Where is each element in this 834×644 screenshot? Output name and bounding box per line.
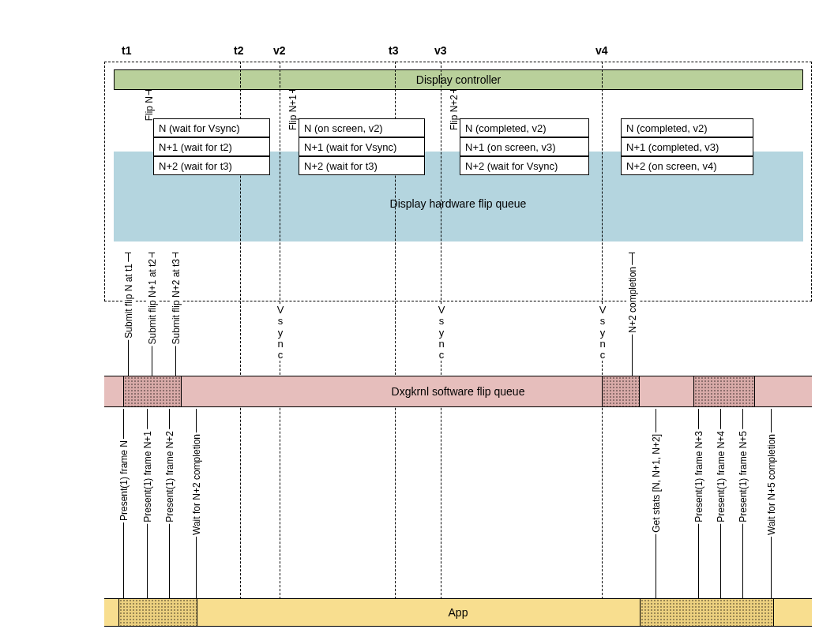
present-n-label: Present(1) frame N xyxy=(118,439,130,522)
flip-n1-label: Flip N+1 xyxy=(287,93,299,132)
diagram-canvas: t1 t2 v2 t3 v3 v4 Display controller Dis… xyxy=(0,0,834,644)
label-t3: t3 xyxy=(389,44,398,57)
queue-c1-r1: N (wait for Vsync) xyxy=(153,118,270,137)
n2-completion-label: N+2 completion xyxy=(626,265,639,335)
queue-c2-r2: N+1 (wait for Vsync) xyxy=(299,137,425,156)
queue-c1-r3: N+2 (wait for t3) xyxy=(153,156,270,175)
label-v3: v3 xyxy=(434,44,447,57)
queue-c3-r3: N+2 (wait for Vsync) xyxy=(460,156,589,175)
stats-label: Get stats [N, N+1, N+2] xyxy=(650,432,663,534)
sw-queue-active-1 xyxy=(123,376,182,407)
hw-flip-queue-label: Display hardware flip queue xyxy=(104,197,812,210)
present-n1-label: Present(1) frame N+1 xyxy=(141,429,154,524)
label-v2: v2 xyxy=(273,44,286,57)
sw-queue-active-3 xyxy=(693,376,755,407)
present-n5-label: Present(1) frame N+5 xyxy=(737,429,749,524)
sw-queue-active-2 xyxy=(602,376,640,407)
flip-n2-label: Flip N+2 xyxy=(448,93,460,132)
present-n2-label: Present(1) frame N+2 xyxy=(163,429,176,524)
submit-n2-label: Submit flip N+2 at t3 xyxy=(170,257,182,346)
vsync-v3-label: Vsync xyxy=(437,305,446,361)
label-t2: t2 xyxy=(234,44,243,57)
label-v4: v4 xyxy=(595,44,608,57)
vsync-v2-label: Vsync xyxy=(276,305,285,361)
queue-c1-r2: N+1 (wait for t2) xyxy=(153,137,270,156)
app-active-2 xyxy=(640,598,774,627)
queue-c4-r2: N+1 (completed, v3) xyxy=(621,137,753,156)
present-n4-label: Present(1) frame N+4 xyxy=(715,429,727,524)
wait-n5-label: Wait for N+5 completion xyxy=(765,432,778,537)
queue-c3-r1: N (completed, v2) xyxy=(460,118,589,137)
display-controller-label: Display controller xyxy=(115,73,802,86)
queue-c4-r3: N+2 (on screen, v4) xyxy=(621,156,753,175)
queue-c2-r3: N+2 (wait for t3) xyxy=(299,156,425,175)
label-t1: t1 xyxy=(122,44,131,57)
display-controller-band: Display controller xyxy=(114,69,803,90)
app-active-1 xyxy=(118,598,197,627)
submit-n1-label: Submit flip N+1 at t2 xyxy=(146,257,159,346)
queue-c4-r1: N (completed, v2) xyxy=(621,118,753,137)
present-n3-label: Present(1) frame N+3 xyxy=(693,429,705,524)
submit-n-label: Submit flip N at t1 xyxy=(122,262,135,340)
queue-c2-r1: N (on screen, v2) xyxy=(299,118,425,137)
vsync-v4-label: Vsync xyxy=(598,305,607,361)
wait-n2-label: Wait for N+2 completion xyxy=(190,432,203,537)
queue-c3-r2: N+1 (on screen, v3) xyxy=(460,137,589,156)
